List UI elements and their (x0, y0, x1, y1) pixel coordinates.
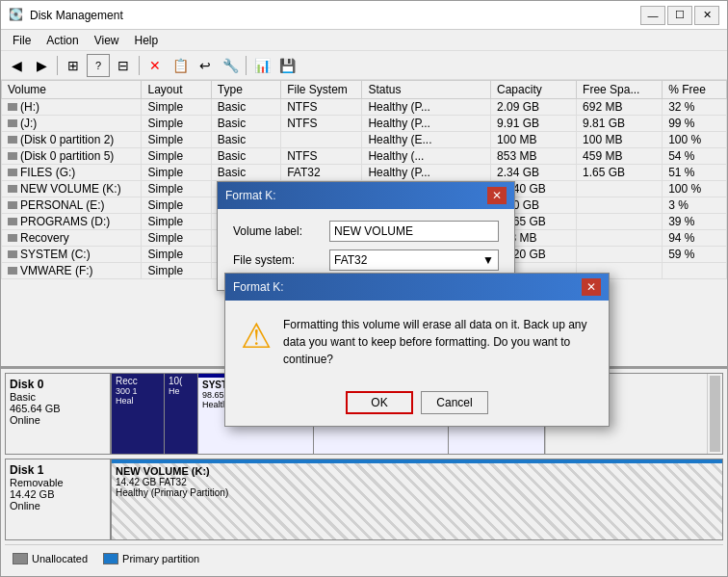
disk1-partitions: NEW VOLUME (K:) 14.42 GB FAT32 Healthy (… (112, 459, 722, 539)
fs-row: File system: FAT32 ▼ (233, 249, 499, 271)
disk0-type: Basic (10, 391, 106, 403)
app-icon: 💽 (9, 8, 24, 23)
disk0-scrollbar[interactable] (707, 374, 722, 454)
part2-status: He (169, 386, 194, 396)
help-button[interactable]: ? (87, 54, 110, 77)
col-header-freespace: Free Spa... (577, 81, 663, 99)
toolbar: ◀ ▶ ⊞ ? ⊟ ✕ 📋 ↩ 🔧 📊 💾 (1, 51, 727, 80)
disk1-name: Disk 1 (10, 463, 106, 477)
confirm-dialog: Format K: ✕ ⚠ Formatting this volume wil… (224, 273, 610, 427)
col-header-fs: File System (281, 81, 362, 99)
menu-file[interactable]: File (5, 32, 39, 49)
part2-label: 10( (169, 376, 194, 386)
col-header-capacity: Capacity (491, 81, 577, 99)
col-header-type: Type (211, 81, 280, 99)
disk1-type: Removable (10, 477, 106, 488)
disk0-label: Disk 0 Basic 465.64 GB Online (6, 374, 112, 454)
cancel-button[interactable]: Cancel (421, 391, 488, 414)
menu-bar: File Action View Help (1, 30, 727, 51)
confirm-title-text: Format K: (233, 280, 284, 294)
part1-status: Heal (116, 396, 160, 406)
maximize-button[interactable]: ☐ (667, 6, 692, 25)
disk1-size: 14.42 GB (10, 488, 106, 500)
window-title: Disk Management (30, 9, 640, 22)
confirm-buttons: OK Cancel (225, 383, 609, 426)
confirm-dialog-title: Format K: ✕ (225, 274, 609, 301)
menu-help[interactable]: Help (127, 32, 167, 49)
volume-label-row: Volume label: (233, 221, 499, 242)
ok-button[interactable]: OK (346, 391, 413, 414)
legend-unallocated: Unallocated (13, 553, 88, 564)
disk1-vol-label: NEW VOLUME (K:) (116, 465, 718, 477)
fs-value: FAT32 (334, 253, 367, 267)
table-row[interactable]: (J:)SimpleBasicNTFSHealthy (P...9.91 GB9… (2, 116, 727, 132)
separator-1 (57, 56, 58, 75)
confirm-message: Formatting this volume will erase all da… (283, 316, 593, 368)
volume-label-label: Volume label: (233, 224, 329, 238)
legend-primary-box (103, 553, 118, 564)
legend-primary: Primary partition (103, 553, 199, 564)
menu-view[interactable]: View (87, 32, 127, 49)
disk1-vol-size: 14.42 GB FAT32 (116, 477, 718, 487)
fs-chevron: ▼ (482, 253, 494, 267)
close-button[interactable]: ✕ (694, 6, 719, 25)
disk1-label: Disk 1 Removable 14.42 GB Online (6, 459, 112, 539)
col-header-freepct: % Free (663, 81, 727, 99)
format-dialog-title: Format K: ✕ (218, 182, 514, 209)
extra-button2[interactable]: 💾 (275, 54, 299, 77)
title-bar: 💽 Disk Management — ☐ ✕ (1, 1, 727, 30)
col-header-status: Status (362, 81, 491, 99)
separator-3 (246, 56, 247, 75)
col-header-volume: Volume (2, 81, 142, 99)
part1-size: 300 1 (116, 386, 160, 396)
table-row[interactable]: (Disk 0 partition 5)SimpleBasicNTFSHealt… (2, 148, 727, 165)
warning-icon: ⚠ (241, 316, 272, 368)
fs-label: File system: (233, 253, 329, 267)
confirm-body: ⚠ Formatting this volume will erase all … (225, 301, 609, 383)
volume-label-input[interactable] (329, 221, 499, 242)
table-row[interactable]: (H:)SimpleBasicNTFSHealthy (P...2.09 GB6… (2, 99, 727, 116)
disk0-part2[interactable]: 10( He (165, 374, 198, 454)
table-row[interactable]: (Disk 0 partition 2)SimpleBasicHealthy (… (2, 132, 727, 148)
separator-2 (139, 56, 140, 75)
disk1-vol-status: Healthy (Primary Partition) (116, 487, 718, 498)
disk0-status: Online (10, 414, 106, 426)
disk1-part1[interactable]: NEW VOLUME (K:) 14.42 GB FAT32 Healthy (… (112, 459, 722, 539)
disk0-part1[interactable]: Recc 300 1 Heal (112, 374, 165, 454)
back-button[interactable]: ◀ (5, 54, 28, 77)
legend: Unallocated Primary partition (5, 544, 723, 572)
scrollbar-thumb (710, 376, 720, 452)
confirm-dialog-close[interactable]: ✕ (582, 278, 601, 296)
disk0-size: 465.64 GB (10, 403, 106, 414)
legend-unalloc-label: Unallocated (32, 553, 88, 564)
legend-unalloc-box (13, 553, 28, 564)
part1-label: Recc (116, 376, 160, 386)
disk1-row: Disk 1 Removable 14.42 GB Online NEW VOL… (5, 459, 723, 540)
format-dialog-title-text: Format K: (225, 189, 276, 202)
menu-action[interactable]: Action (39, 32, 86, 49)
properties-button[interactable]: ⊞ (62, 54, 85, 77)
col-header-layout: Layout (142, 81, 211, 99)
fs-select[interactable]: FAT32 ▼ (329, 249, 499, 271)
copy-button[interactable]: 📋 (169, 54, 192, 77)
disk0-name: Disk 0 (10, 378, 106, 391)
disk1-status: Online (10, 500, 106, 511)
delete-button[interactable]: ✕ (143, 54, 167, 77)
table-row[interactable]: FILES (G:)SimpleBasicFAT32Healthy (P...2… (2, 165, 727, 181)
legend-primary-label: Primary partition (122, 553, 199, 564)
forward-button[interactable]: ▶ (30, 54, 53, 77)
format-dialog-close[interactable]: ✕ (487, 187, 507, 204)
undo-button[interactable]: ↩ (194, 54, 217, 77)
window-controls: — ☐ ✕ (640, 6, 719, 25)
list-button[interactable]: ⊟ (112, 54, 135, 77)
tools-button[interactable]: 🔧 (219, 54, 242, 77)
minimize-button[interactable]: — (640, 6, 665, 25)
extra-button[interactable]: 📊 (250, 54, 273, 77)
